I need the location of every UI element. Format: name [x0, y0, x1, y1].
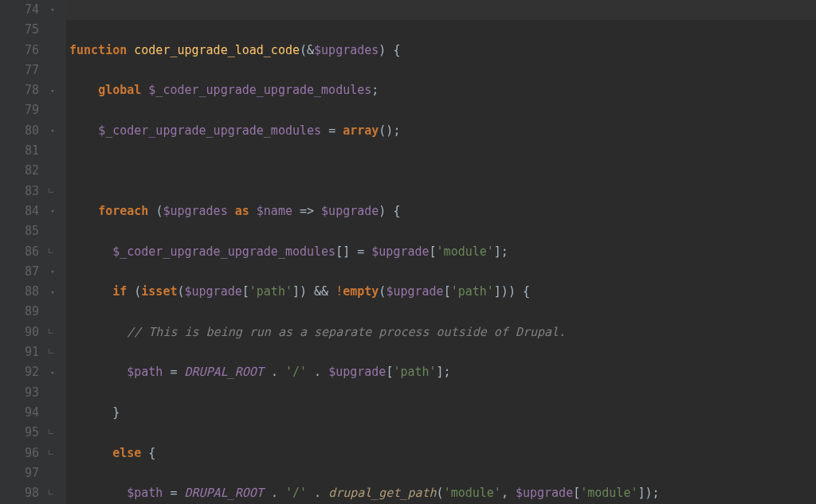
var-upgrade: $upgrade: [321, 204, 379, 218]
line-number[interactable]: 90: [13, 322, 39, 342]
keyword-as: as: [235, 204, 249, 218]
code-line[interactable]: [69, 161, 816, 181]
comment: // This is being run as a separate proce…: [127, 325, 566, 339]
line-number[interactable]: 93: [13, 383, 39, 403]
line-number[interactable]: 95: [13, 423, 39, 443]
call-drupal-get-path: drupal_get_path: [328, 486, 436, 500]
line-number[interactable]: 96: [13, 443, 39, 463]
line-number[interactable]: 94: [13, 403, 39, 423]
line-number[interactable]: 79: [13, 100, 39, 120]
line-number-gutter: 7475767778798081828384858687888990919293…: [0, 0, 45, 504]
line-number[interactable]: 86: [13, 242, 39, 262]
const-drupal-root: DRUPAL_ROOT: [185, 365, 264, 379]
keyword-global: global: [98, 83, 141, 97]
line-number[interactable]: 74: [13, 0, 39, 20]
code-line[interactable]: $_coder_upgrade_upgrade_modules = array(…: [69, 121, 816, 141]
code-line[interactable]: $path = DRUPAL_ROOT . '/' . drupal_get_p…: [69, 483, 816, 503]
line-number[interactable]: 87: [13, 262, 39, 282]
code-line[interactable]: else {: [69, 443, 816, 463]
line-number[interactable]: 82: [13, 161, 39, 181]
code-line[interactable]: $_coder_upgrade_upgrade_modules[] = $upg…: [69, 242, 816, 262]
code-line[interactable]: global $_coder_upgrade_upgrade_modules;: [69, 80, 816, 100]
line-number[interactable]: 89: [13, 302, 39, 322]
fold-close-icon[interactable]: [49, 429, 53, 434]
line-number[interactable]: 78: [13, 80, 39, 100]
line-number[interactable]: 84: [13, 201, 39, 221]
line-number[interactable]: 80: [13, 121, 39, 141]
line-number[interactable]: 75: [13, 20, 39, 40]
line-number[interactable]: 76: [13, 41, 39, 61]
line-number[interactable]: 77: [13, 61, 39, 80]
fold-close-icon[interactable]: [49, 349, 53, 354]
fold-column: ▾▾▾▾▾▾▾: [45, 0, 66, 504]
fold-close-icon[interactable]: [49, 450, 53, 455]
line-number[interactable]: 85: [13, 221, 39, 241]
line-number[interactable]: 88: [13, 282, 39, 302]
fold-close-icon[interactable]: [49, 490, 53, 494]
var-path: $path: [127, 365, 163, 379]
line-number[interactable]: 98: [13, 483, 39, 503]
line-number[interactable]: 97: [13, 463, 39, 483]
fold-open-icon[interactable]: ▾: [49, 127, 57, 135]
fold-open-icon[interactable]: ▾: [49, 208, 57, 216]
fold-open-icon[interactable]: ▾: [49, 6, 57, 14]
code-line[interactable]: function coder_upgrade_load_code(&$upgra…: [69, 41, 816, 61]
fold-close-icon[interactable]: [49, 329, 53, 334]
keyword-if: if: [112, 284, 127, 299]
line-number[interactable]: 81: [13, 141, 39, 161]
code-line[interactable]: foreach ($upgrades as $name => $upgrade)…: [69, 201, 816, 221]
code-line[interactable]: $path = DRUPAL_ROOT . '/' . $upgrade['pa…: [69, 362, 816, 382]
keyword-else: else: [112, 446, 141, 460]
var-coder-mods: $_coder_upgrade_upgrade_modules: [148, 83, 371, 97]
line-number[interactable]: 92: [13, 362, 39, 382]
line-number[interactable]: 83: [13, 182, 39, 201]
keyword-function: function: [69, 43, 127, 57]
fold-open-icon[interactable]: ▾: [49, 369, 57, 377]
line-number[interactable]: 91: [13, 342, 39, 362]
fold-open-icon[interactable]: ▾: [49, 268, 57, 276]
code-area[interactable]: function coder_upgrade_load_code(&$upgra…: [66, 0, 816, 504]
keyword-foreach: foreach: [98, 204, 148, 218]
fold-open-icon[interactable]: ▾: [49, 87, 57, 95]
code-line[interactable]: if (isset($upgrade['path']) && !empty($u…: [69, 282, 816, 302]
function-name: coder_upgrade_load_code: [134, 43, 300, 57]
fold-close-icon[interactable]: [49, 188, 53, 193]
var-upgrades: $upgrades: [314, 43, 379, 57]
fold-close-icon[interactable]: [49, 248, 53, 253]
current-line-highlight: [66, 0, 816, 20]
code-editor: 7475767778798081828384858687888990919293…: [0, 0, 816, 504]
fold-open-icon[interactable]: ▾: [49, 288, 57, 296]
var-name: $name: [257, 204, 292, 218]
code-line[interactable]: }: [69, 403, 816, 423]
keyword-array: array: [343, 123, 379, 138]
code-line[interactable]: // This is being run as a separate proce…: [69, 322, 816, 342]
